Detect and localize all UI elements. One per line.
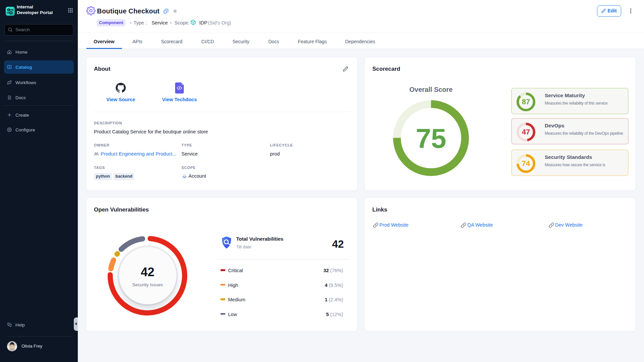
svg-text:75: 75 — [416, 123, 446, 154]
svg-text:?: ? — [8, 323, 9, 325]
